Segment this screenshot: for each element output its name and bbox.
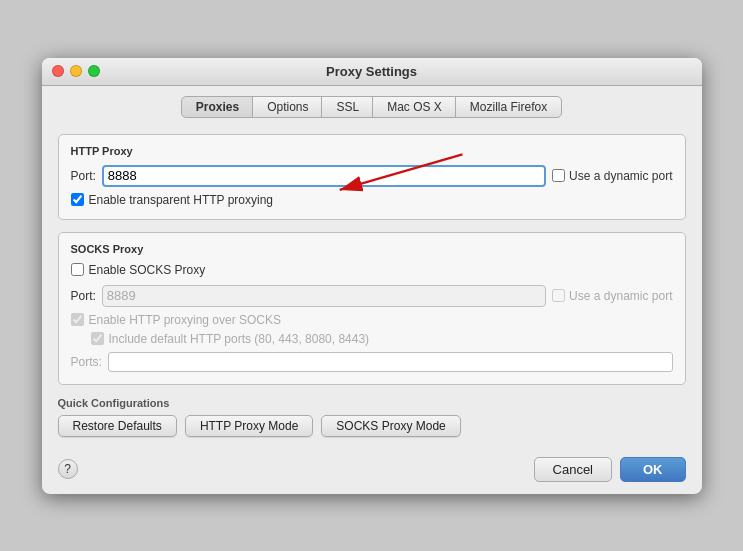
http-proxy-section: HTTP Proxy Port: Use a dynamic port Enab… [58, 134, 686, 220]
transparent-proxy-row: Enable transparent HTTP proxying [71, 193, 673, 207]
transparent-proxy-label: Enable transparent HTTP proxying [89, 193, 274, 207]
http-dynamic-port-checkbox[interactable] [552, 169, 565, 182]
cancel-button[interactable]: Cancel [534, 457, 612, 482]
minimize-button[interactable] [70, 65, 82, 77]
ports-input[interactable] [108, 352, 673, 372]
http-proxy-label: HTTP Proxy [71, 145, 673, 157]
socks-port-row: Port: Use a dynamic port [71, 285, 673, 307]
titlebar: Proxy Settings [42, 58, 702, 86]
tab-options[interactable]: Options [252, 96, 323, 118]
transparent-proxy-checkbox[interactable] [71, 193, 84, 206]
socks-port-label: Port: [71, 289, 96, 303]
tab-ssl[interactable]: SSL [321, 96, 374, 118]
socks-port-input[interactable] [102, 285, 546, 307]
restore-defaults-button[interactable]: Restore Defaults [58, 415, 177, 437]
include-ports-label: Include default HTTP ports (80, 443, 808… [109, 332, 370, 346]
tabs-row: Proxies Options SSL Mac OS X Mozilla Fir… [42, 86, 702, 126]
content-area: HTTP Proxy Port: Use a dynamic port Enab… [42, 126, 702, 449]
quick-config-label: Quick Configurations [58, 397, 686, 409]
proxy-settings-window: Proxy Settings Proxies Options SSL Mac O… [42, 58, 702, 494]
footer-buttons: Cancel OK [534, 457, 686, 482]
enable-socks-label: Enable SOCKS Proxy [89, 263, 206, 277]
quick-config-buttons: Restore Defaults HTTP Proxy Mode SOCKS P… [58, 415, 686, 437]
http-over-socks-label: Enable HTTP proxying over SOCKS [89, 313, 282, 327]
enable-socks-row: Enable SOCKS Proxy [71, 263, 673, 277]
maximize-button[interactable] [88, 65, 100, 77]
tab-macosx[interactable]: Mac OS X [372, 96, 457, 118]
ok-button[interactable]: OK [620, 457, 686, 482]
tab-firefox[interactable]: Mozilla Firefox [455, 96, 562, 118]
close-button[interactable] [52, 65, 64, 77]
http-port-row: Port: Use a dynamic port [71, 165, 673, 187]
http-proxy-mode-button[interactable]: HTTP Proxy Mode [185, 415, 313, 437]
socks-dynamic-port-label: Use a dynamic port [569, 289, 672, 303]
http-over-socks-checkbox[interactable] [71, 313, 84, 326]
socks-proxy-label: SOCKS Proxy [71, 243, 673, 255]
quick-config-section: Quick Configurations Restore Defaults HT… [58, 397, 686, 437]
window-title: Proxy Settings [326, 64, 417, 79]
socks-proxy-mode-button[interactable]: SOCKS Proxy Mode [321, 415, 460, 437]
http-over-socks-row: Enable HTTP proxying over SOCKS [71, 313, 673, 327]
socks-dynamic-port-row: Use a dynamic port [552, 289, 672, 303]
socks-dynamic-port-checkbox[interactable] [552, 289, 565, 302]
help-button[interactable]: ? [58, 459, 78, 479]
footer: ? Cancel OK [42, 449, 702, 494]
http-port-input[interactable] [102, 165, 546, 187]
include-ports-row: Include default HTTP ports (80, 443, 808… [91, 332, 673, 346]
port-label: Port: [71, 169, 96, 183]
enable-socks-checkbox[interactable] [71, 263, 84, 276]
ports-label: Ports: [71, 355, 102, 369]
http-dynamic-port-label: Use a dynamic port [569, 169, 672, 183]
traffic-lights [52, 65, 100, 77]
ports-row: Ports: [71, 352, 673, 372]
tab-proxies[interactable]: Proxies [181, 96, 254, 118]
http-dynamic-port-row: Use a dynamic port [552, 169, 672, 183]
socks-proxy-section: SOCKS Proxy Enable SOCKS Proxy Port: Use… [58, 232, 686, 385]
include-ports-checkbox[interactable] [91, 332, 104, 345]
